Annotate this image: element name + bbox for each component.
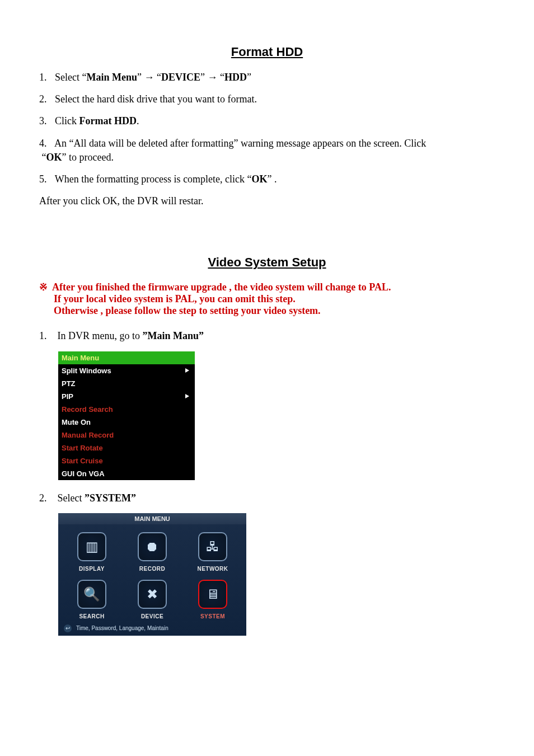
bold-device: DEVICE [161, 72, 200, 83]
step-3: 3. Click Format HDD. [39, 114, 495, 128]
menu-item-label: Mute On [62, 418, 91, 426]
step-text-fragment: ” → “ [200, 72, 224, 83]
tile-label: RECORD [139, 566, 165, 572]
menu-item-label: PIP [62, 392, 73, 401]
menu-item-label: Start Cruise [62, 457, 103, 465]
tile-device[interactable]: ✖DEVICE [123, 580, 181, 619]
warning-note: ※After you finished the firmware upgrade… [39, 281, 495, 317]
step-text-fragment: ” . [268, 173, 277, 185]
menu-item[interactable]: PIP [58, 390, 195, 403]
menu-item-label: Record Search [62, 405, 113, 414]
tile-display[interactable]: ▥DISPLAY [63, 532, 121, 572]
menu-item-label: Split Windows [62, 367, 111, 375]
tile-footer: ↩ Time, Password, Language, Maintain [58, 623, 246, 636]
step-text-fragment: An “All data will be deleted after forma… [54, 138, 426, 149]
device-icon: ✖ [138, 580, 167, 609]
bold-hdd: HDD [224, 72, 247, 83]
step-1: 1. Select “Main Menu” → “DEVICE” → “HDD” [39, 71, 495, 84]
menu-item-label: GUI On VGA [62, 469, 105, 478]
submenu-arrow-icon [185, 394, 189, 398]
step-2: 2. Select the hard disk drive that you w… [39, 92, 495, 106]
menu-item[interactable]: GUI On VGA [58, 467, 195, 480]
step-number: 3. [39, 115, 47, 126]
tile-label: NETWORK [197, 566, 228, 572]
menu-item[interactable]: Mute On [58, 416, 195, 429]
dvr-main-menu-screenshot: Main Menu Split WindowsPTZPIPRecord Sear… [58, 351, 195, 480]
step-text-fragment: When the formatting process is complete,… [55, 173, 252, 185]
step-text-fragment: . [137, 115, 139, 126]
bold-system: ”SYSTEM” [85, 492, 136, 504]
system-icon: 🖥 [198, 580, 227, 609]
step-text-fragment: Select “ [55, 72, 86, 83]
warn-line: After you finished the firmware upgrade … [52, 281, 391, 293]
display-icon: ▥ [77, 532, 106, 561]
step-5: 5. When the formatting process is comple… [39, 172, 495, 186]
step-1-s2: 1. In DVR menu, go to ”Main Manu” [39, 329, 495, 343]
submenu-arrow-icon [185, 368, 189, 373]
menu-item[interactable]: Manual Record [58, 429, 195, 442]
step-text-fragment: ” [247, 72, 251, 83]
step-number: 1. [39, 330, 47, 341]
footer-text: Time, Password, Language, Maintain [76, 625, 168, 631]
menu-item[interactable]: Start Cruise [58, 454, 195, 467]
bold-main-manu: ”Main Manu” [143, 330, 204, 341]
menu-item-label: Manual Record [62, 431, 114, 439]
search-icon: 🔍 [77, 580, 106, 609]
bold-ok: OK [252, 173, 268, 185]
step-number: 1. [39, 72, 47, 83]
bold-format-hdd: Format HDD [79, 115, 137, 126]
video-system-setup-title: Video System Setup [39, 255, 495, 270]
tile-label: SEARCH [79, 613, 104, 619]
step-text-fragment: ” → “ [137, 72, 161, 83]
warn-line: If your local video system is PAL, you c… [54, 293, 495, 305]
step-number: 2. [39, 93, 47, 105]
menu-item[interactable]: Split Windows [58, 364, 195, 377]
step-text-fragment: “ [42, 152, 46, 163]
step-text-fragment: ” to proceed. [62, 152, 114, 163]
step-number: 4. [39, 138, 47, 149]
menu-item-label: Start Rotate [62, 444, 103, 452]
step-text-fragment: Select [58, 492, 85, 504]
tile-label: DEVICE [141, 613, 163, 619]
menu-header[interactable]: Main Menu [58, 351, 195, 364]
step-number: 5. [39, 173, 47, 185]
format-hdd-title: Format HDD [39, 45, 495, 59]
warn-line: Otherwise , please follow the step to se… [54, 305, 495, 317]
tile-label: SYSTEM [200, 613, 225, 619]
step-text: Select the hard disk drive that you want… [55, 93, 257, 105]
reference-mark-icon: ※ [39, 281, 48, 293]
tile-system[interactable]: 🖥SYSTEM [184, 580, 242, 619]
step-number: 2. [39, 492, 47, 504]
tile-label: DISPLAY [79, 566, 105, 572]
bold-ok: OK [46, 152, 62, 163]
step-text-fragment: Click [55, 115, 79, 126]
menu-item[interactable]: PTZ [58, 377, 195, 390]
menu-item[interactable]: Start Rotate [58, 442, 195, 454]
menu-item[interactable]: Record Search [58, 403, 195, 416]
menu-item-label: PTZ [62, 379, 76, 388]
back-icon[interactable]: ↩ [64, 624, 72, 632]
step-2-s2: 2. Select ”SYSTEM” [39, 491, 495, 505]
tile-search[interactable]: 🔍SEARCH [63, 580, 121, 619]
network-icon: 🖧 [198, 532, 227, 561]
step-4: 4. An “All data will be deleted after fo… [39, 137, 495, 165]
tile-title: MAIN MENU [58, 513, 246, 524]
tile-record[interactable]: ⏺RECORD [123, 532, 181, 572]
bold-main-menu: Main Menu [86, 72, 137, 83]
step-text-fragment: In DVR menu, go to [58, 330, 143, 341]
record-icon: ⏺ [138, 532, 167, 561]
after-text: After you click OK, the DVR will restar. [39, 194, 495, 208]
main-menu-tile-screenshot: MAIN MENU ▥DISPLAY⏺RECORD🖧NETWORK🔍SEARCH… [58, 513, 246, 636]
tile-network[interactable]: 🖧NETWORK [184, 532, 242, 572]
